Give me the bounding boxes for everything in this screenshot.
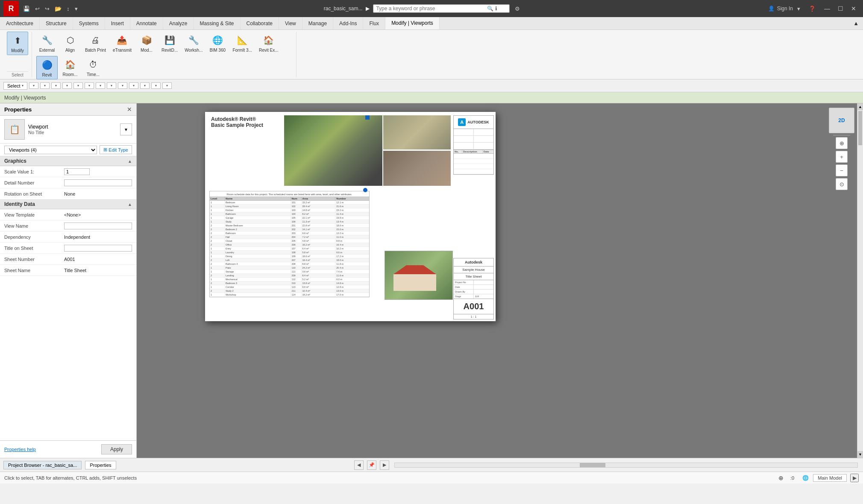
sync-button[interactable]: ↕ xyxy=(65,5,71,13)
modify-tool-button[interactable]: ⬆ Modify xyxy=(7,32,28,55)
zoom-in-button[interactable]: + xyxy=(836,151,848,163)
table-row: 1 Patio 110 24.2 m² 20.4 m xyxy=(210,266,369,270)
bim360-button[interactable]: 🌐 BIM 360 xyxy=(207,32,228,54)
select-dropdown-5[interactable]: ▾ xyxy=(73,82,83,89)
bottom-house-render xyxy=(385,251,453,300)
btb-drawn-label: Drawn By xyxy=(454,290,474,294)
redo-button[interactable]: ↪ xyxy=(43,5,51,13)
select-dropdown-6[interactable]: ▾ xyxy=(85,82,94,89)
select-dropdown-13[interactable]: ▾ xyxy=(162,82,172,89)
revit-main-button[interactable]: 🔵 Revit xyxy=(36,56,58,79)
edit-type-button[interactable]: ⊞ Edit Type xyxy=(100,145,132,154)
rooms-button[interactable]: 🏠 Room... xyxy=(59,56,81,79)
scale-value-input[interactable] xyxy=(64,168,90,175)
select-dropdown-1[interactable]: ▾ xyxy=(29,82,38,89)
photo-rendering-1 xyxy=(383,115,451,149)
search-icon[interactable]: 🔍 xyxy=(487,6,493,12)
btb-fields: Project No Date Drawn By Stage JLR xyxy=(454,280,493,299)
sign-in-label[interactable]: Sign In xyxy=(777,6,793,12)
tab-view[interactable]: View xyxy=(279,17,302,29)
viewport-type-info: Viewport No Title xyxy=(28,124,48,135)
properties-help-link[interactable]: Properties help xyxy=(4,447,36,452)
select-dropdown-11[interactable]: ▾ xyxy=(140,82,150,89)
detail-number-input[interactable] xyxy=(64,179,132,186)
undo-button[interactable]: ↩ xyxy=(33,5,41,13)
ribbon-collapse-button[interactable]: ▲ xyxy=(849,17,863,29)
select-dropdown-8[interactable]: ▾ xyxy=(107,82,116,89)
h-scroll-thumb[interactable] xyxy=(580,463,605,467)
expand-button[interactable]: ▶ xyxy=(850,474,859,482)
tab-modify-viewports[interactable]: Modify | Viewports xyxy=(385,17,440,29)
view-name-input[interactable] xyxy=(64,223,132,229)
select-dropdown-9[interactable]: ▾ xyxy=(118,82,127,89)
rev-no: No. xyxy=(454,150,462,153)
time-button[interactable]: ⏱ Time... xyxy=(82,56,104,79)
nav-pin-button[interactable]: 📌 xyxy=(367,460,376,470)
scroll-thumb[interactable] xyxy=(858,111,862,145)
align-button[interactable]: ⬡ Align xyxy=(59,32,81,54)
table-row: 1 Kitchen 103 14.8 m² 15.2 m xyxy=(210,208,369,212)
revit-extensions-button[interactable]: 🏠 Revit Ex... xyxy=(256,32,281,54)
select-dropdown-4[interactable]: ▾ xyxy=(62,82,72,89)
zoom-out-button[interactable]: − xyxy=(836,164,848,176)
tab-architecture[interactable]: Architecture xyxy=(0,17,40,29)
batch-print-button[interactable]: 🖨 Batch Print xyxy=(82,32,109,54)
revitdb-button[interactable]: 💾 RevitD... xyxy=(159,32,180,54)
scroll-down-button[interactable]: ▼ xyxy=(857,451,863,458)
tab-manage[interactable]: Manage xyxy=(302,17,333,29)
properties-close-button[interactable]: ✕ xyxy=(127,106,132,113)
sign-in-dropdown[interactable]: ▾ xyxy=(795,5,802,13)
btb-proj-no-label: Project No xyxy=(454,280,474,285)
select-dropdown-7[interactable]: ▾ xyxy=(96,82,105,89)
mod-button[interactable]: 📦 Mod... xyxy=(136,32,157,54)
graphics-collapse-arrow[interactable]: ▲ xyxy=(128,159,132,164)
maximize-button[interactable]: ☐ xyxy=(834,4,847,13)
nav-forward-button[interactable]: ▶ xyxy=(380,460,389,470)
properties-tab-button[interactable]: Properties xyxy=(85,461,116,469)
scroll-up-button[interactable]: ▲ xyxy=(857,103,863,110)
customize-qa-button[interactable]: ▾ xyxy=(73,5,79,13)
right-title-block: A AUTODESK No. Description xyxy=(453,115,494,175)
steering-wheels-button[interactable]: ⊙ xyxy=(836,178,848,190)
formit-button[interactable]: 📐 FormIt 3... xyxy=(230,32,255,54)
tab-annotate[interactable]: Annotate xyxy=(130,17,163,29)
select-dropdown-3[interactable]: ▾ xyxy=(51,82,61,89)
save-button[interactable]: 💾 xyxy=(21,5,32,13)
arrow-9: ▾ xyxy=(122,84,123,88)
zoom-extents-button[interactable]: ⊕ xyxy=(836,137,848,149)
help-button[interactable]: ❓ xyxy=(807,5,817,13)
minimize-button[interactable]: — xyxy=(821,4,834,13)
tab-collaborate[interactable]: Collaborate xyxy=(241,17,279,29)
arrow-2: ▾ xyxy=(44,84,46,88)
tab-structure[interactable]: Structure xyxy=(40,17,73,29)
title-on-sheet-input[interactable] xyxy=(64,245,132,252)
tab-insert[interactable]: Insert xyxy=(105,17,130,29)
nav-back-button[interactable]: ◀ xyxy=(354,460,364,470)
search-input[interactable] xyxy=(376,6,487,12)
open-button[interactable]: 📂 xyxy=(53,5,63,13)
identity-collapse-arrow[interactable]: ▲ xyxy=(128,202,132,207)
viewport-type-sub: No Title xyxy=(28,130,48,135)
viewports-dropdown[interactable]: Viewports (4) xyxy=(4,146,97,154)
type-dropdown-button[interactable]: ▼ xyxy=(120,123,132,135)
close-button[interactable]: ✕ xyxy=(848,4,860,13)
tab-analyze[interactable]: Analyze xyxy=(163,17,194,29)
select-button[interactable]: Select ▾ xyxy=(3,82,27,90)
globe-icon[interactable]: 🌐 xyxy=(801,474,810,482)
arrow-12: ▾ xyxy=(155,84,157,88)
search-settings-button[interactable]: ⚙ xyxy=(513,5,522,13)
tab-flux[interactable]: Flux xyxy=(363,17,385,29)
select-dropdown-12[interactable]: ▾ xyxy=(151,82,161,89)
etransmit-button[interactable]: 📤 eTransmit xyxy=(110,32,134,54)
info-icon[interactable]: ℹ xyxy=(495,6,497,12)
tab-systems[interactable]: Systems xyxy=(73,17,105,29)
canvas-area[interactable]: Autodesk® Revit® Basic Sample Project Ro… xyxy=(137,103,863,458)
apply-button[interactable]: Apply xyxy=(101,444,132,454)
select-dropdown-2[interactable]: ▾ xyxy=(40,82,50,89)
select-dropdown-10[interactable]: ▾ xyxy=(129,82,138,89)
external-button[interactable]: 🔧 External xyxy=(36,32,58,54)
project-browser-tab[interactable]: Project Browser - rac_basic_sa... xyxy=(3,461,82,469)
worksharing-button[interactable]: 🔧 Worksh... xyxy=(182,32,205,54)
tab-addins[interactable]: Add-Ins xyxy=(333,17,363,29)
tab-massing[interactable]: Massing & Site xyxy=(194,17,241,29)
